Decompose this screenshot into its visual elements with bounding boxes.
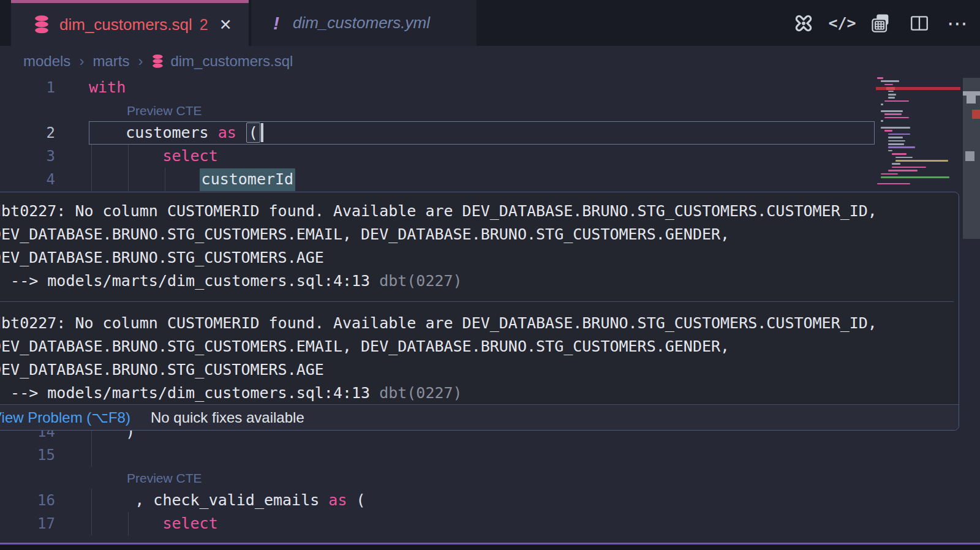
close-icon[interactable]: ✕ — [219, 16, 232, 34]
gutter — [0, 99, 55, 121]
editor-tab-bar: dim_customers.sql 2 ✕ ! dim_customers.ym… — [0, 0, 980, 46]
code-token: as — [328, 491, 356, 509]
ruler-highlight-marker — [965, 151, 974, 161]
code-lens-row: Preview CTE — [0, 467, 980, 489]
compile-code-icon[interactable]: </> — [831, 12, 853, 34]
minimap-line — [884, 130, 892, 132]
minimap-line — [881, 173, 898, 175]
code-line-17[interactable]: 17select — [0, 512, 980, 535]
code-token: as — [218, 124, 246, 141]
minimap-line — [892, 153, 907, 155]
minimap-line — [881, 104, 883, 105]
minimap[interactable] — [876, 77, 962, 194]
minimap-line — [888, 146, 915, 148]
minimap-line — [884, 100, 909, 102]
preview-cte-lens[interactable]: Preview CTE — [127, 471, 202, 485]
minimap-line — [888, 150, 892, 152]
code-lens-row: Preview CTE — [0, 99, 980, 121]
line-number: 3 — [0, 145, 55, 168]
minimap-line — [888, 134, 910, 135]
code-line-1[interactable]: 1with — [0, 76, 980, 99]
indent-guide — [165, 168, 165, 191]
minimap-line — [881, 80, 899, 82]
minimap-line — [877, 183, 910, 185]
indent-guide — [91, 512, 92, 535]
error-message-line: DEV_DATABASE.BRUNO.STG_CUSTOMERS.AGE — [0, 246, 954, 269]
breadcrumb-file[interactable]: dim_customers.sql — [170, 53, 293, 70]
indent-guide — [128, 168, 129, 191]
indent-guide — [91, 145, 92, 168]
indent-guide — [128, 512, 129, 535]
breadcrumb-models[interactable]: models — [23, 53, 70, 70]
dbt-logo-icon[interactable] — [793, 12, 815, 34]
error-hover-popup: dbt0227: No column CUSTOMERID found. Ava… — [0, 192, 959, 431]
ruler-cursor-marker — [967, 96, 976, 104]
code-line-3[interactable]: 3select — [0, 145, 980, 168]
error-message-line: DEV_DATABASE.BRUNO.STG_CUSTOMERS.EMAIL, … — [0, 223, 954, 246]
scrollbar[interactable] — [963, 0, 980, 550]
editor-toolbar: </> ⋯ — [793, 0, 969, 46]
code-line-16[interactable]: 16, check_valid_emails as ( — [0, 489, 980, 512]
error-message-line: dbt0227: No column CUSTOMERID found. Ava… — [0, 312, 954, 335]
tab-dirty-count-badge: 2 — [200, 16, 208, 34]
ruler-error-marker — [972, 110, 980, 119]
minimap-line — [895, 160, 948, 162]
minimap-line — [881, 127, 910, 129]
no-quick-fixes-label: No quick fixes available — [151, 409, 304, 426]
minimap-line — [881, 120, 883, 122]
ruler-selection-marker — [963, 91, 980, 96]
minimap-line — [877, 77, 883, 79]
tab-dim-customers-sql[interactable]: dim_customers.sql 2 ✕ — [11, 0, 249, 46]
minimap-line — [888, 91, 894, 92]
code-token: customers — [126, 124, 218, 141]
hover-action-bar: View Problem (⌥F8) No quick fixes availa… — [0, 404, 959, 430]
error-location-line: --> models/marts/dim_customers.sql:4:13 … — [0, 269, 954, 293]
indent-guide — [91, 168, 92, 191]
error-code-label: dbt(0227) — [379, 384, 462, 402]
vscode-editor-window: dim_customers.sql 2 ✕ ! dim_customers.ym… — [0, 0, 980, 550]
bottom-edge — [0, 544, 980, 550]
line-number: 2 — [0, 121, 55, 145]
minimap-line — [884, 117, 909, 119]
minimap-line — [881, 110, 903, 112]
tab-title: dim_customers.yml — [293, 13, 430, 32]
breadcrumb-marts[interactable]: marts — [92, 53, 129, 70]
code-token: , check_valid_emails — [135, 491, 328, 509]
preview-query-results-icon[interactable] — [870, 12, 892, 34]
code-line-15[interactable]: 15 — [0, 443, 980, 467]
minimap-line — [881, 176, 949, 178]
error-location-line: --> models/marts/dim_customers.sql:4:13 … — [0, 382, 954, 405]
tab-dim-customers-yml[interactable]: ! dim_customers.yml — [251, 0, 477, 46]
code-line-4[interactable]: 4customerId — [0, 168, 980, 191]
indent-guide — [128, 145, 129, 168]
minimap-line — [888, 94, 896, 96]
breadcrumb: models › marts › dim_customers.sql — [0, 46, 858, 76]
code-token: ( — [356, 491, 365, 509]
line-number: 16 — [0, 489, 55, 512]
bracket-match-token: ( — [246, 122, 260, 143]
database-icon — [33, 15, 50, 34]
tab-bar-spacer — [0, 0, 11, 46]
database-icon — [151, 54, 164, 69]
warning-icon: ! — [273, 13, 279, 34]
error-block-divider — [0, 301, 954, 302]
split-editor-icon[interactable] — [908, 12, 930, 34]
minimap-error-line — [876, 87, 960, 90]
error-message-line: DEV_DATABASE.BRUNO.STG_CUSTOMERS.EMAIL, … — [0, 335, 954, 358]
code-line-2[interactable]: 2customers as ( — [0, 121, 980, 145]
preview-cte-lens[interactable]: Preview CTE — [127, 104, 202, 118]
breadcrumb-separator: › — [79, 53, 84, 70]
tab-title: dim_customers.sql — [59, 15, 192, 34]
code-editor-top: 1withPreview CTE2customers as (3select4c… — [0, 76, 980, 191]
line-number: 1 — [0, 76, 55, 99]
indent-guide — [91, 489, 92, 512]
line-number: 4 — [0, 168, 55, 191]
view-problem-link[interactable]: View Problem (⌥F8) — [0, 409, 130, 426]
line-number: 15 — [0, 443, 55, 467]
minimap-line — [892, 167, 926, 168]
error-token: customerId — [200, 168, 296, 191]
code-editor-bottom: 14)15Preview CTE16, check_valid_emails a… — [0, 420, 980, 535]
code-token: select — [162, 514, 217, 532]
indent-guide — [91, 443, 92, 467]
line-number: 17 — [0, 512, 55, 535]
